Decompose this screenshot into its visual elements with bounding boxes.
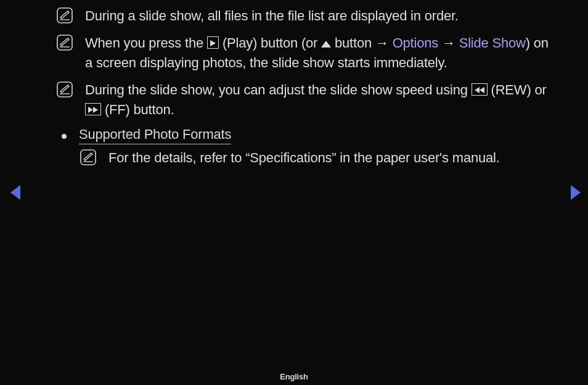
fastforward-button-icon	[85, 103, 101, 115]
prev-page-button[interactable]	[10, 185, 20, 200]
rewind-button-icon	[472, 83, 488, 96]
language-label: English	[0, 372, 588, 381]
slideshow-link: Slide Show	[459, 35, 526, 51]
text-fragment: (FF) button.	[101, 102, 174, 117]
text-fragment: →	[438, 35, 459, 51]
bullet-icon	[62, 134, 67, 139]
options-link: Options	[393, 35, 438, 51]
note-text: During a slide show, all files in the fi…	[85, 6, 459, 26]
note-icon	[57, 35, 74, 51]
note-item: During the slide show, you can adjust th…	[57, 80, 556, 120]
note-icon	[57, 81, 74, 97]
note-text: When you press the (Play) button (or but…	[85, 33, 556, 73]
note-item: When you press the (Play) button (or but…	[57, 33, 556, 73]
text-fragment: When you press the	[85, 35, 207, 51]
next-page-button[interactable]	[571, 185, 581, 200]
manual-body: During a slide show, all files in the fi…	[57, 6, 556, 175]
note-text: For the details, refer to “Specification…	[108, 148, 500, 168]
text-fragment: button →	[331, 35, 393, 51]
text-fragment: During the slide show, you can adjust th…	[85, 82, 472, 97]
note-icon	[57, 7, 74, 23]
text-fragment: (REW) or	[488, 82, 547, 97]
note-item: During a slide show, all files in the fi…	[57, 6, 556, 26]
note-icon	[80, 149, 97, 165]
note-item: For the details, refer to “Specification…	[80, 148, 556, 168]
text-fragment: (Play) button (or	[219, 35, 321, 51]
section-heading-row: Supported Photo Formats	[57, 126, 556, 144]
section-heading: Supported Photo Formats	[79, 126, 231, 144]
play-button-icon	[207, 36, 219, 49]
up-arrow-icon	[321, 41, 331, 48]
note-text: During the slide show, you can adjust th…	[85, 80, 556, 120]
